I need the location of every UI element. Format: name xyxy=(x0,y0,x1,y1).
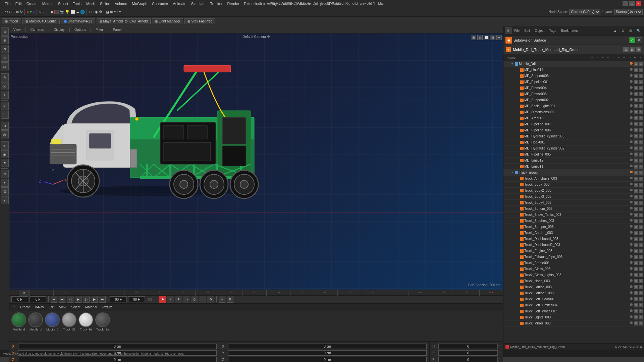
menu-edit[interactable]: Edit xyxy=(13,1,24,6)
mat-view[interactable]: View xyxy=(57,305,68,310)
lt-move[interactable]: ⊕ xyxy=(1,36,9,44)
rpt-down-arrow[interactable]: ⚙ xyxy=(620,28,627,33)
lt-question[interactable]: ? xyxy=(1,196,9,204)
tb-live-select[interactable]: ⊙ xyxy=(9,10,12,14)
tb-solo[interactable]: ◉ xyxy=(95,10,98,14)
tree-item-brushes[interactable]: Truck_Brushes_003⊞⊡ xyxy=(503,218,644,224)
tree-item-mobile-drill[interactable]: ▼ Mobile_Drill ⊞ ⊡ xyxy=(503,61,644,67)
vt-display[interactable]: Display xyxy=(52,27,67,32)
rpt-search[interactable]: 🔍 xyxy=(635,28,643,33)
lt-rotate[interactable]: ↻ xyxy=(1,45,9,53)
tree-item-body3003[interactable]: Truck_Body3_003⊞⊡ xyxy=(503,194,644,200)
rpt-icons[interactable]: ⊞ xyxy=(627,28,634,33)
tb-info[interactable]: ℹ xyxy=(116,10,118,14)
subdiv-x[interactable]: ✕ xyxy=(636,37,642,43)
tc-next-key[interactable]: ▶ xyxy=(91,296,98,303)
vt-filter[interactable]: Filter xyxy=(94,27,105,32)
tc-motion-clip[interactable]: ⊞ xyxy=(227,296,233,303)
total-frames-display[interactable]: 90 F xyxy=(128,296,145,302)
tree-item-mirror003[interactable]: Truck_Mirror_003⊞⊡ xyxy=(503,320,644,326)
menu-mesh[interactable]: Mesh xyxy=(84,1,97,6)
coord-input-x[interactable] xyxy=(18,344,217,349)
tb-sky[interactable]: ☁ xyxy=(76,10,79,14)
timeline-ruler[interactable]: ▶ 0 5 10 15 20 25 30 35 40 45 50 55 60 6… xyxy=(9,290,503,296)
menu-tools[interactable]: Tools xyxy=(71,1,84,6)
tree-item-bumper003[interactable]: Truck_Bumper_003⊞⊡ xyxy=(503,224,644,230)
tree-item-glasslights003[interactable]: Truck_Glass_Lights_003⊞⊡ xyxy=(503,272,644,278)
lt-sculpt[interactable]: ◎ xyxy=(1,130,9,138)
rpt-bookmarks[interactable]: Bookmarks xyxy=(559,28,580,33)
tree-item-md-pipeline007[interactable]: MD_Pipeline_007 ⊞⊡ xyxy=(503,121,644,127)
viewport[interactable]: Perspective Default Camera ⚙ ⊞ ⊕ ⬜ ⊡ ✦ xyxy=(9,34,503,290)
minimize-button[interactable]: ─ xyxy=(623,1,628,6)
light-manager-btn[interactable]: Light Manager xyxy=(152,18,183,24)
tree-item-lattice003[interactable]: Truck_Lattice_003⊞⊡ xyxy=(503,284,644,290)
lt-box[interactable]: □ xyxy=(1,62,9,70)
tc-auto-key[interactable]: ⚑ xyxy=(175,296,182,303)
mat-item-3[interactable]: Truck_Cf xyxy=(62,312,76,331)
tc-prev-frame[interactable]: ◁ xyxy=(67,296,73,303)
obj-action-1[interactable]: ⊡ xyxy=(623,47,629,52)
mat-create[interactable]: Create xyxy=(18,305,32,310)
tb-move[interactable]: ⊕ xyxy=(12,10,15,14)
tc-onion[interactable]: ◎ xyxy=(191,296,198,303)
tb-console[interactable]: ≡ xyxy=(114,10,116,14)
lt-spline-pen[interactable]: ✒ xyxy=(1,102,9,110)
menu-create[interactable]: Create xyxy=(24,1,40,6)
vray-fastprec-btn[interactable]: Vray FastPrec xyxy=(184,18,215,24)
lt-cloner[interactable]: ⊙ xyxy=(1,170,9,178)
tb-snap[interactable]: ⌖ xyxy=(89,10,91,14)
lt-scale[interactable]: ⊞ xyxy=(1,54,9,62)
vp-corner-2[interactable]: ⊕ xyxy=(477,35,483,40)
tb-z-axis[interactable]: Z xyxy=(33,10,35,14)
rpt-object[interactable]: Object xyxy=(533,28,546,33)
menu-modes[interactable]: Modes xyxy=(40,1,55,6)
tree-item-braketanks[interactable]: Truck_Brake_Tanks_003⊞⊡ xyxy=(503,212,644,218)
tree-item-lattice2003[interactable]: Truck_Lattice2_003⊞⊡ xyxy=(503,290,644,296)
mat-vray[interactable]: V-Ray xyxy=(33,305,46,310)
scene-tree[interactable]: ▼ Mobile_Drill ⊞ ⊡ MD_Line014 xyxy=(503,61,644,343)
tb-render-view[interactable]: ▶ xyxy=(51,10,54,14)
mat-texture[interactable]: Texture xyxy=(100,305,115,310)
tb-poly-mode[interactable]: □ xyxy=(45,10,47,14)
tree-item-truck-group[interactable]: ▼ Truck_group ⊞⊡ xyxy=(503,170,644,176)
tree-item-md-line011[interactable]: MD_Line011 ⊞⊡ xyxy=(503,164,644,170)
menu-select[interactable]: Select xyxy=(56,1,70,6)
tb-floor[interactable]: ⬜ xyxy=(70,10,75,14)
lt-select[interactable]: ⊙ xyxy=(1,27,9,36)
tb-light2[interactable]: ✦ xyxy=(118,10,121,14)
coord-input-x2[interactable] xyxy=(228,344,427,349)
vt-view[interactable]: View xyxy=(11,27,23,32)
tb-workplane[interactable]: ⊡ xyxy=(91,10,94,14)
vp-corner-5[interactable]: ✦ xyxy=(496,35,502,40)
tb-rotate[interactable]: ↻ xyxy=(20,10,23,14)
tb-redo[interactable]: ↪ xyxy=(5,10,8,14)
tree-item-hood003[interactable]: Truck_Hood_003⊞⊡ xyxy=(503,278,644,284)
tree-item-leftlimiter004[interactable]: Truck_Left_Limiter004⊞⊡ xyxy=(503,302,644,308)
rpt-up-arrow[interactable]: ▲ xyxy=(611,28,619,33)
lt-field[interactable]: ⊡ xyxy=(1,187,9,195)
tree-item-leftdoor001[interactable]: Truck_Left_Door001⊞⊡ xyxy=(503,296,644,302)
tc-record[interactable]: ⏺ xyxy=(159,296,166,303)
tree-item-md-pipeline001[interactable]: MD_Pipeline001 ⊞⊡ xyxy=(503,79,644,85)
current-frame-display[interactable]: 0 F xyxy=(11,296,28,302)
tree-item-body2003[interactable]: Truck_Body2_003⊞⊡ xyxy=(503,188,644,194)
cb-input-h[interactable] xyxy=(438,344,498,349)
subdiv-check[interactable]: ✓ xyxy=(629,37,635,43)
obj-action-2[interactable]: ⊞ xyxy=(630,47,635,52)
vp-corner-4[interactable]: ⊡ xyxy=(490,35,495,40)
coord-input-z2[interactable] xyxy=(228,357,427,362)
current-frame-2[interactable]: 0 F xyxy=(30,296,46,302)
vp-corner-3[interactable]: ⬜ xyxy=(484,35,489,40)
tb-y-axis[interactable]: Y xyxy=(30,10,32,14)
rpt-icon-btn[interactable]: ⚙ xyxy=(505,27,512,34)
tb-light[interactable]: 💡 xyxy=(65,10,70,14)
tree-expand-truck-group[interactable]: ▼ xyxy=(510,171,514,175)
vt-options[interactable]: Options xyxy=(72,27,88,32)
menu-character[interactable]: Character xyxy=(150,1,170,6)
rpt-file[interactable]: File xyxy=(512,28,522,33)
mat-item-2[interactable]: Mobile_J xyxy=(45,312,60,331)
cinemavray-btn[interactable]: CinemaVrayR23 xyxy=(61,18,95,24)
mat-edit[interactable]: Edit xyxy=(47,305,56,310)
tb-display-icon[interactable]: ⚙ xyxy=(99,10,102,14)
